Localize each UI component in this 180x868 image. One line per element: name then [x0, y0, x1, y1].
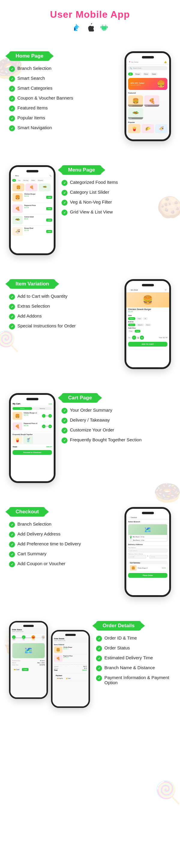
list-item: Coupon & Voucher Banners [9, 95, 119, 102]
cart-bullet-1 [61, 408, 67, 414]
place-order-button[interactable]: Place Order [128, 573, 168, 578]
bullet-icon-2 [9, 76, 15, 82]
menu-screen-header: ← Menu 🔍 [11, 174, 54, 178]
food-item-2: 🍕 Pizza [144, 95, 159, 107]
cart-bullet-2 [61, 418, 67, 424]
list-item: Branch Selection [9, 66, 119, 72]
food-item-1: 🍔 Burger [128, 95, 143, 107]
home-features-col: Home Page Branch Selection Smart Search … [9, 51, 119, 135]
qty-minus[interactable]: − [132, 336, 136, 340]
tech-icons-row [0, 23, 180, 33]
address-input[interactable]: Enter address... [128, 549, 168, 552]
order-bullet-2 [96, 646, 102, 652]
variation-section-label: Item Variation [9, 279, 56, 289]
checkout-phone-col: ← Checkout Select Branch 🗺️ Main Branch … [124, 507, 171, 597]
svg-rect-8 [107, 26, 108, 28]
order-status-title: Order Status [12, 629, 45, 630]
list-item: Extras Selection [9, 303, 119, 310]
cart-plus-btn[interactable]: + [48, 414, 52, 418]
popular-row: 🍟 🌮 🍜 [126, 124, 169, 134]
list-item: Estimated Delivery Time [96, 655, 171, 661]
list-item: Add Addons [9, 313, 119, 320]
list-item: Add Coupon or Voucher [9, 561, 119, 567]
checkout-phone-screen: ← Checkout Select Branch 🗺️ Main Branch … [126, 509, 169, 595]
dual-phones-wrapper: Order Status #ORD-20240115-001 ✓ Placed [9, 621, 90, 708]
bullet-icon-3 [9, 86, 15, 92]
cart-plus-btn-2[interactable]: + [48, 425, 52, 428]
svg-rect-7 [100, 26, 101, 28]
qty-plus[interactable]: + [140, 336, 144, 340]
menu-add-button[interactable]: +Add [46, 196, 52, 199]
variation-phone-col: ← Item Detail 🛒 🍔 Chicken Smash Burger $… [124, 279, 171, 369]
home-phone-mockup: 📍 City Center 🔔 🔍 Search food... All Bur… [124, 51, 171, 141]
order-section-label: Order Details [96, 621, 141, 630]
time-input-from[interactable]: 11:00 AM [128, 555, 146, 559]
menu-phone-mockup: ← Menu 🔍 All Veg Non-Veg Drinks Desserts [9, 165, 56, 255]
bullet-icon-5 [9, 105, 15, 112]
cart-phone-col: My Cart Edit Delivery Takeaway 🍔 Chicken… [9, 393, 56, 483]
order-bullet-3 [96, 655, 102, 661]
svg-rect-6 [104, 30, 105, 31]
order-status-screen: Order Status #ORD-20240115-001 ✓ Placed [10, 622, 47, 698]
order-details-section: Order Details Order ID & Time Order Stat… [0, 612, 180, 717]
home-phone-col: 📍 City Center 🔔 🔍 Search food... All Bur… [124, 51, 171, 141]
list-item: Order ID & Time [96, 636, 171, 642]
menu-add-button-2[interactable]: +Add [46, 207, 52, 210]
checkout-features-col: Checkout Branch Selection Add Delivery A… [9, 507, 119, 571]
list-item: Popular Items [9, 115, 119, 121]
cart-minus-btn[interactable]: − [42, 414, 46, 418]
list-item: Special Instructions for Order [9, 323, 119, 330]
var-bullet-4 [9, 323, 15, 330]
svg-marker-4 [76, 27, 78, 29]
checkout-features-list: Branch Selection Add Delivery Address Ad… [9, 521, 119, 567]
menu-add-button-4[interactable]: +Add [46, 230, 52, 233]
checkout-section: Checkout Branch Selection Add Delivery A… [0, 498, 180, 606]
list-item: Grid View & List View [61, 209, 171, 216]
screen-header: 📍 City Center 🔔 [126, 60, 169, 65]
menu-add-button-3[interactable]: +Add [46, 219, 52, 222]
menu-phone-col: ← Menu 🔍 All Veg Non-Veg Drinks Desserts [9, 165, 56, 255]
apple-icon [86, 23, 94, 33]
checkout-bullet-1 [9, 522, 15, 528]
cart-features-list: Your Order Summary Delivery / Takeaway C… [61, 407, 171, 443]
menu-phone-screen: ← Menu 🔍 All Veg Non-Veg Drinks Desserts [11, 167, 54, 253]
add-to-cart-button[interactable]: ADD TO CART [128, 342, 168, 347]
variation-section: Item Variation Add to Cart with Quantity… [0, 270, 180, 378]
list-item: Customize Your Order [61, 427, 171, 434]
list-item: Delivery / Takeaway [61, 417, 171, 424]
order-status-phone: Order Status #ORD-20240115-001 ✓ Placed [9, 621, 48, 699]
order-bullet-1 [96, 636, 102, 642]
cart-title: My Cart [12, 403, 21, 405]
order-bullet-4 [96, 665, 102, 671]
cart-bullet-3 [61, 428, 67, 434]
bullet-icon-4 [9, 96, 15, 102]
home-page-section: Home Page Branch Selection Smart Search … [0, 42, 180, 150]
popular-title: Popular [126, 121, 169, 124]
order-invoice-phone: Order Details #ORD-20240115-001 Items Or… [51, 630, 90, 708]
checkout-bullet-3 [9, 541, 15, 548]
svg-rect-5 [103, 30, 104, 31]
list-item: Smart Navigation [9, 125, 119, 131]
order-bullet-5 [96, 675, 102, 681]
order-invoice-screen: Order Details #ORD-20240115-001 Items Or… [53, 631, 89, 706]
bullet-icon-6 [9, 116, 15, 121]
svg-point-9 [103, 25, 103, 26]
delivery-tab[interactable]: Delivery [12, 407, 32, 410]
takeaway-tab[interactable]: Takeaway [33, 407, 52, 410]
android-icon [100, 23, 108, 33]
menu-categories: All Veg Non-Veg Drinks Desserts [11, 178, 54, 183]
variation-features-list: Add to Cart with Quantity Extras Selecti… [9, 293, 119, 330]
screen-search[interactable]: 🔍 Search food... [128, 66, 168, 70]
checkout-button[interactable]: Proceed to Checkout [12, 450, 52, 455]
menu-features-col: Menu Page Categorized Food Items Categor… [61, 165, 171, 219]
list-item: Branch Name & Distance [96, 665, 171, 671]
variation-phone-mockup: ← Item Detail 🛒 🍔 Chicken Smash Burger $… [124, 279, 171, 369]
list-item: Add to Cart with Quantity [9, 293, 119, 300]
list-item: Category List Slider [61, 189, 171, 196]
time-input-to[interactable]: 1:00 PM [149, 555, 168, 559]
cart-section-label: Cart Page [61, 393, 98, 403]
food-grid: 🍔 Burger 🍕 Pizza 🥗 Salad [126, 94, 169, 121]
bullet-icon-7 [9, 125, 15, 131]
cart-minus-btn-2[interactable]: − [42, 425, 46, 428]
screen-categories: All Burger Pizza Salad [126, 71, 169, 77]
